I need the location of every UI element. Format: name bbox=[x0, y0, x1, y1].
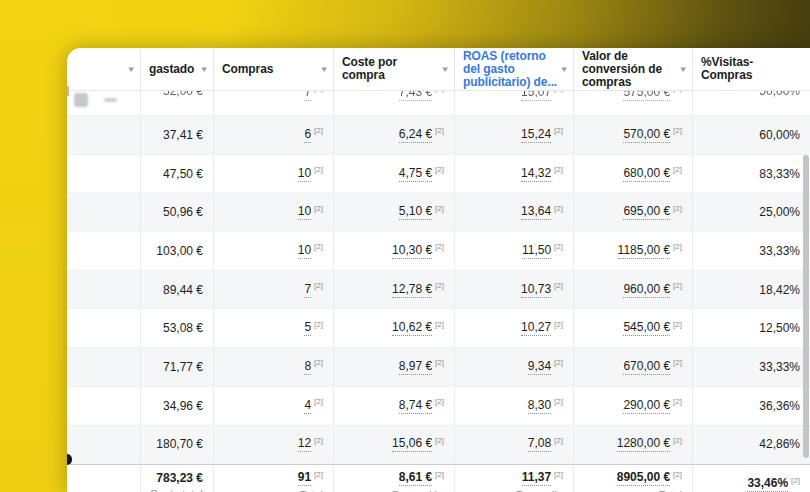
metric-value[interactable]: 8,74 € bbox=[399, 398, 432, 414]
metric-value[interactable]: 10 bbox=[298, 204, 311, 220]
metric-value[interactable]: 14,32 bbox=[521, 166, 551, 182]
cell-roas: 8,30[2] bbox=[454, 387, 573, 425]
cell-roas: 10,27[2] bbox=[454, 309, 573, 347]
metric-value[interactable]: 15,07 bbox=[521, 91, 551, 101]
metric-value: 180,70 € bbox=[156, 437, 203, 451]
footnote-ref: [2] bbox=[435, 436, 444, 445]
footnote-ref: [2] bbox=[435, 242, 444, 251]
table-row: 37,41 €6[2]6,24 €[2]15,24[2]570,00 €[2]6… bbox=[67, 116, 810, 155]
footnote-ref: [2] bbox=[314, 281, 323, 290]
metric-value[interactable]: 5 bbox=[304, 320, 311, 336]
cell-gastado: 103,00 € bbox=[140, 232, 213, 270]
cell-valor: 1280,00 €[2] bbox=[573, 426, 692, 464]
cell-roas: 13,64[2] bbox=[454, 193, 573, 231]
column-header-valor-conversion[interactable]: Valor de conversión de compras ▾ bbox=[573, 48, 692, 90]
total-value[interactable]: 91 bbox=[298, 470, 311, 486]
footnote-ref: [2] bbox=[435, 91, 444, 93]
metric-value: 18,42% bbox=[759, 283, 800, 297]
metric-value[interactable]: 670,00 € bbox=[623, 359, 670, 375]
column-header-name[interactable]: ▾ bbox=[67, 48, 140, 90]
footnote-ref: [2] bbox=[554, 91, 563, 93]
sort-caret-icon[interactable]: ▾ bbox=[202, 64, 208, 74]
cell-roas: 9,34[2] bbox=[454, 348, 573, 386]
cell-coste-total: 8,61 €[2] Por acción bbox=[333, 465, 454, 492]
metric-value[interactable]: 680,00 € bbox=[623, 166, 670, 182]
cell-name bbox=[67, 348, 140, 386]
metric-value: 52,00 € bbox=[163, 91, 203, 98]
cell-pct-total: 33,46%[2] bbox=[692, 465, 810, 492]
metric-value[interactable]: 10 bbox=[298, 243, 311, 259]
metric-value[interactable]: 7 bbox=[304, 282, 311, 298]
sort-caret-icon[interactable]: ▾ bbox=[562, 64, 568, 74]
sort-caret-icon[interactable]: ▾ bbox=[322, 64, 328, 74]
metric-value: 89,44 € bbox=[163, 283, 203, 297]
blurred-ad-thumbnail bbox=[74, 93, 88, 107]
metric-value[interactable]: 8,30 bbox=[528, 398, 551, 414]
cell-pct: 33,33% bbox=[692, 348, 810, 386]
metric-value[interactable]: 7,08 bbox=[528, 436, 551, 452]
metric-value[interactable]: 15,24 bbox=[521, 127, 551, 143]
metric-value[interactable]: 7,43 € bbox=[399, 91, 432, 101]
footnote-ref: [2] bbox=[314, 126, 323, 135]
metric-value[interactable]: 8,97 € bbox=[399, 359, 432, 375]
cell-pct: 18,42% bbox=[692, 271, 810, 309]
column-header-roas[interactable]: ROAS (retorno del gasto publicitario) de… bbox=[454, 48, 573, 90]
metric-value[interactable]: 10,30 € bbox=[392, 243, 432, 259]
cell-gastado: 53,08 € bbox=[140, 309, 213, 347]
metric-value[interactable]: 290,00 € bbox=[623, 398, 670, 414]
metric-value[interactable]: 1280,00 € bbox=[617, 436, 670, 452]
cell-name bbox=[67, 193, 140, 231]
metric-value[interactable]: 8 bbox=[304, 359, 311, 375]
footnote-ref: [2] bbox=[673, 91, 682, 93]
total-value: 783,23 € bbox=[156, 471, 203, 485]
total-value[interactable]: 33,46% bbox=[747, 476, 788, 492]
metric-value[interactable]: 10,27 bbox=[521, 320, 551, 336]
sort-caret-icon[interactable]: ▾ bbox=[129, 64, 135, 74]
sort-caret-icon[interactable]: ▾ bbox=[681, 64, 687, 74]
metric-value[interactable]: 13,64 bbox=[521, 204, 551, 220]
metric-value[interactable]: 960,00 € bbox=[623, 282, 670, 298]
footnote-ref: [2] bbox=[673, 397, 682, 406]
total-value[interactable]: 8905,00 € bbox=[617, 470, 670, 486]
footnote-ref: [2] bbox=[554, 470, 563, 479]
metric-value: 36,36% bbox=[759, 399, 800, 413]
metric-value[interactable]: 15,06 € bbox=[392, 436, 432, 452]
sort-caret-icon[interactable]: ▾ bbox=[443, 64, 449, 74]
cell-name bbox=[67, 309, 140, 347]
metric-value[interactable]: 10,62 € bbox=[392, 320, 432, 336]
metric-value: 50,00% bbox=[759, 91, 800, 98]
vertical-scrollbar[interactable] bbox=[803, 155, 809, 458]
metric-value: 12,50% bbox=[759, 321, 800, 335]
metric-value[interactable]: 9,34 bbox=[528, 359, 551, 375]
cell-roas: 10,73[2] bbox=[454, 271, 573, 309]
metric-value[interactable]: 11,50 bbox=[522, 243, 551, 259]
metric-value[interactable]: 12,78 € bbox=[392, 282, 432, 298]
column-header-label: Compras bbox=[222, 63, 273, 76]
metric-value[interactable]: 570,00 € bbox=[623, 127, 670, 143]
total-value[interactable]: 8,61 € bbox=[399, 470, 432, 486]
metric-value[interactable]: 6,24 € bbox=[399, 127, 432, 143]
metric-value[interactable]: 10 bbox=[298, 166, 311, 182]
metric-value[interactable]: 545,00 € bbox=[623, 320, 670, 336]
yellow-background-band bbox=[0, 0, 67, 492]
metric-value[interactable]: 4 bbox=[304, 398, 311, 414]
metric-value[interactable]: 1185,00 € bbox=[618, 243, 671, 259]
metric-value[interactable]: 7 bbox=[304, 91, 311, 101]
cell-pct: 83,33% bbox=[692, 155, 810, 193]
total-value[interactable]: 11,37 bbox=[522, 470, 551, 486]
metric-value[interactable]: 575,00 € bbox=[623, 91, 670, 101]
metric-value[interactable]: 695,00 € bbox=[623, 204, 670, 220]
column-header-gastado[interactable]: gastado ▾ bbox=[140, 48, 213, 90]
footnote-ref: [2] bbox=[673, 126, 682, 135]
metric-value[interactable]: 4,75 € bbox=[399, 166, 432, 182]
cell-coste: 10,62 €[2] bbox=[333, 309, 454, 347]
column-header-visitas-compras[interactable]: %Visitas-Compras bbox=[692, 48, 810, 90]
column-header-coste-por-compra[interactable]: Coste por compra ▾ bbox=[333, 48, 454, 90]
metric-value[interactable]: 12 bbox=[298, 436, 311, 452]
metric-value[interactable]: 6 bbox=[304, 127, 311, 143]
metric-value[interactable]: 5,10 € bbox=[399, 204, 432, 220]
footnote-ref: [2] bbox=[314, 165, 323, 174]
footnote-ref: [2] bbox=[554, 242, 563, 251]
column-header-compras[interactable]: Compras ▾ bbox=[213, 48, 333, 90]
metric-value[interactable]: 10,73 bbox=[521, 282, 551, 298]
